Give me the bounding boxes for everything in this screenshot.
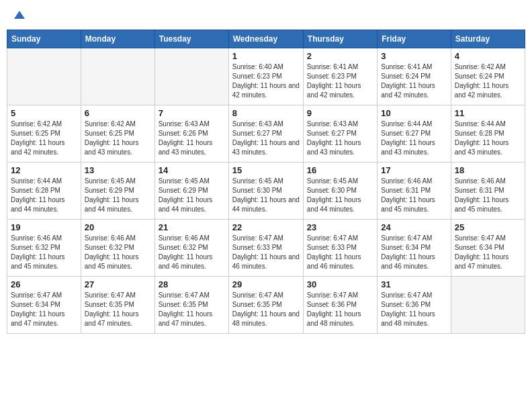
day-info: Sunrise: 6:42 AM Sunset: 6:24 PM Dayligh…: [455, 62, 521, 100]
calendar-cell: 16Sunrise: 6:45 AM Sunset: 6:30 PM Dayli…: [303, 163, 377, 220]
day-info: Sunrise: 6:42 AM Sunset: 6:25 PM Dayligh…: [85, 120, 151, 157]
day-number: 1: [232, 51, 300, 61]
calendar-cell: 24Sunrise: 6:47 AM Sunset: 6:34 PM Dayli…: [378, 220, 451, 277]
day-info: Sunrise: 6:45 AM Sunset: 6:29 PM Dayligh…: [85, 177, 151, 214]
day-number: 7: [159, 108, 225, 118]
day-info: Sunrise: 6:46 AM Sunset: 6:31 PM Dayligh…: [455, 177, 521, 214]
day-info: Sunrise: 6:43 AM Sunset: 6:27 PM Dayligh…: [307, 120, 373, 157]
day-number: 27: [85, 279, 151, 289]
day-info: Sunrise: 6:45 AM Sunset: 6:30 PM Dayligh…: [232, 177, 300, 214]
calendar-cell: 29Sunrise: 6:47 AM Sunset: 6:35 PM Dayli…: [228, 277, 303, 334]
calendar-cell: 30Sunrise: 6:47 AM Sunset: 6:36 PM Dayli…: [303, 277, 377, 334]
day-header-monday: Monday: [81, 30, 154, 48]
day-info: Sunrise: 6:46 AM Sunset: 6:32 PM Dayligh…: [159, 234, 225, 271]
day-info: Sunrise: 6:43 AM Sunset: 6:27 PM Dayligh…: [232, 120, 300, 157]
calendar-cell: 8Sunrise: 6:43 AM Sunset: 6:27 PM Daylig…: [228, 105, 303, 163]
week-row-2: 5Sunrise: 6:42 AM Sunset: 6:25 PM Daylig…: [7, 105, 525, 163]
day-info: Sunrise: 6:47 AM Sunset: 6:35 PM Dayligh…: [159, 291, 225, 328]
day-number: 18: [455, 165, 521, 175]
day-header-friday: Friday: [378, 30, 451, 48]
day-number: 6: [85, 108, 151, 118]
calendar-cell: 14Sunrise: 6:45 AM Sunset: 6:29 PM Dayli…: [154, 163, 228, 220]
day-number: 28: [159, 279, 225, 289]
logo-triangle-icon: [14, 9, 25, 23]
day-number: 20: [85, 222, 151, 232]
day-number: 26: [11, 279, 77, 289]
day-number: 17: [381, 165, 447, 175]
day-number: 14: [159, 165, 225, 175]
calendar-cell: 20Sunrise: 6:46 AM Sunset: 6:32 PM Dayli…: [81, 220, 154, 277]
day-info: Sunrise: 6:41 AM Sunset: 6:24 PM Dayligh…: [381, 62, 447, 100]
day-info: Sunrise: 6:46 AM Sunset: 6:32 PM Dayligh…: [11, 234, 77, 271]
calendar-cell: [81, 48, 154, 105]
day-number: 8: [232, 108, 300, 118]
day-number: 3: [381, 51, 447, 61]
day-header-wednesday: Wednesday: [228, 30, 303, 48]
calendar-cell: 17Sunrise: 6:46 AM Sunset: 6:31 PM Dayli…: [378, 163, 451, 220]
day-number: 12: [11, 165, 77, 175]
day-number: 13: [85, 165, 151, 175]
calendar-cell: 22Sunrise: 6:47 AM Sunset: 6:33 PM Dayli…: [228, 220, 303, 277]
calendar-cell: 25Sunrise: 6:47 AM Sunset: 6:34 PM Dayli…: [451, 220, 525, 277]
day-number: 23: [307, 222, 373, 232]
week-row-1: 1Sunrise: 6:40 AM Sunset: 6:23 PM Daylig…: [7, 48, 525, 105]
day-number: 19: [11, 222, 77, 232]
days-header-row: SundayMondayTuesdayWednesdayThursdayFrid…: [7, 30, 525, 48]
calendar-cell: 7Sunrise: 6:43 AM Sunset: 6:26 PM Daylig…: [154, 105, 228, 163]
day-info: Sunrise: 6:47 AM Sunset: 6:35 PM Dayligh…: [85, 291, 151, 328]
day-info: Sunrise: 6:45 AM Sunset: 6:30 PM Dayligh…: [307, 177, 373, 214]
day-number: 4: [455, 51, 521, 61]
week-row-4: 19Sunrise: 6:46 AM Sunset: 6:32 PM Dayli…: [7, 220, 525, 277]
calendar-cell: 31Sunrise: 6:47 AM Sunset: 6:36 PM Dayli…: [378, 277, 451, 334]
calendar-cell: 3Sunrise: 6:41 AM Sunset: 6:24 PM Daylig…: [378, 48, 451, 105]
day-info: Sunrise: 6:47 AM Sunset: 6:35 PM Dayligh…: [232, 291, 300, 328]
calendar-cell: 1Sunrise: 6:40 AM Sunset: 6:23 PM Daylig…: [228, 48, 303, 105]
day-info: Sunrise: 6:40 AM Sunset: 6:23 PM Dayligh…: [232, 62, 300, 100]
week-row-5: 26Sunrise: 6:47 AM Sunset: 6:34 PM Dayli…: [7, 277, 525, 334]
day-info: Sunrise: 6:44 AM Sunset: 6:27 PM Dayligh…: [381, 120, 447, 157]
day-number: 16: [307, 165, 373, 175]
calendar-cell: [154, 48, 228, 105]
calendar-cell: 28Sunrise: 6:47 AM Sunset: 6:35 PM Dayli…: [154, 277, 228, 334]
logo-text: [12, 9, 25, 21]
calendar-cell: 26Sunrise: 6:47 AM Sunset: 6:34 PM Dayli…: [7, 277, 81, 334]
calendar-cell: 4Sunrise: 6:42 AM Sunset: 6:24 PM Daylig…: [451, 48, 525, 105]
calendar-cell: [7, 48, 81, 105]
day-info: Sunrise: 6:44 AM Sunset: 6:28 PM Dayligh…: [455, 120, 521, 157]
calendar-cell: 2Sunrise: 6:41 AM Sunset: 6:23 PM Daylig…: [303, 48, 377, 105]
week-row-3: 12Sunrise: 6:44 AM Sunset: 6:28 PM Dayli…: [7, 163, 525, 220]
day-info: Sunrise: 6:44 AM Sunset: 6:28 PM Dayligh…: [11, 177, 77, 214]
day-info: Sunrise: 6:47 AM Sunset: 6:36 PM Dayligh…: [381, 291, 447, 328]
page-header: [7, 7, 525, 24]
day-number: 10: [381, 108, 447, 118]
day-info: Sunrise: 6:46 AM Sunset: 6:31 PM Dayligh…: [381, 177, 447, 214]
calendar-cell: 10Sunrise: 6:44 AM Sunset: 6:27 PM Dayli…: [378, 105, 451, 163]
calendar-cell: 19Sunrise: 6:46 AM Sunset: 6:32 PM Dayli…: [7, 220, 81, 277]
svg-marker-0: [14, 11, 25, 19]
calendar-cell: 13Sunrise: 6:45 AM Sunset: 6:29 PM Dayli…: [81, 163, 154, 220]
day-number: 9: [307, 108, 373, 118]
calendar-cell: 21Sunrise: 6:46 AM Sunset: 6:32 PM Dayli…: [154, 220, 228, 277]
day-info: Sunrise: 6:43 AM Sunset: 6:26 PM Dayligh…: [159, 120, 225, 157]
logo: [12, 9, 25, 21]
day-info: Sunrise: 6:45 AM Sunset: 6:29 PM Dayligh…: [159, 177, 225, 214]
day-header-saturday: Saturday: [451, 30, 525, 48]
calendar-cell: 15Sunrise: 6:45 AM Sunset: 6:30 PM Dayli…: [228, 163, 303, 220]
calendar-cell: 6Sunrise: 6:42 AM Sunset: 6:25 PM Daylig…: [81, 105, 154, 163]
calendar-cell: [451, 277, 525, 334]
calendar-cell: 18Sunrise: 6:46 AM Sunset: 6:31 PM Dayli…: [451, 163, 525, 220]
day-info: Sunrise: 6:41 AM Sunset: 6:23 PM Dayligh…: [307, 62, 373, 100]
day-number: 29: [232, 279, 300, 289]
day-number: 5: [11, 108, 77, 118]
day-number: 30: [307, 279, 373, 289]
day-number: 21: [159, 222, 225, 232]
day-number: 11: [455, 108, 521, 118]
calendar-cell: 5Sunrise: 6:42 AM Sunset: 6:25 PM Daylig…: [7, 105, 81, 163]
day-header-thursday: Thursday: [303, 30, 377, 48]
calendar-cell: 27Sunrise: 6:47 AM Sunset: 6:35 PM Dayli…: [81, 277, 154, 334]
day-info: Sunrise: 6:47 AM Sunset: 6:33 PM Dayligh…: [307, 234, 373, 271]
day-number: 31: [381, 279, 447, 289]
day-header-sunday: Sunday: [7, 30, 81, 48]
day-info: Sunrise: 6:47 AM Sunset: 6:36 PM Dayligh…: [307, 291, 373, 328]
day-number: 2: [307, 51, 373, 61]
